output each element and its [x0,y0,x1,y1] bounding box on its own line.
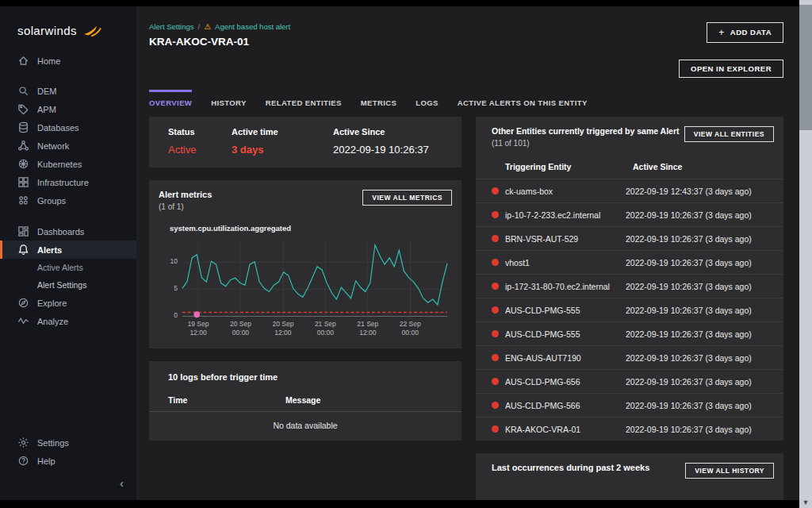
entity-name[interactable]: BRN-VSR-AUT-529 [505,234,626,244]
table-row[interactable]: AUS-CLD-PMG-656 2022-09-19 10:26:37 (3 d… [476,369,783,393]
view-all-entities-button[interactable]: VIEW ALL ENTITIES [684,126,774,142]
view-all-metrics-label: VIEW ALL METRICS [372,194,442,202]
gear-icon [17,437,29,448]
sidebar-item-label: Databases [37,123,79,133]
history-card: Last occurrences during past 2 weeks VIE… [476,453,783,502]
table-row[interactable]: KRA-AKOC-VRA-01 2022-09-19 10:26:37 (3 d… [476,417,783,441]
sidebar-item-label: Explore [37,298,67,308]
sidebar-subitem-alert-settings[interactable]: Alert Settings [0,276,136,294]
alert-dot-icon [492,402,499,409]
table-row[interactable]: ck-uams-box 2022-09-19 12:43:37 (3 days … [476,179,783,202]
table-row[interactable]: AUS-CLD-PMG-566 2022-09-19 10:26:37 (3 d… [476,393,783,417]
sidebar-item-settings[interactable]: Settings [0,433,136,452]
entity-active-since: 2022-09-19 10:26:37 (3 days ago) [626,282,774,291]
entity-name[interactable]: vhost1 [505,258,626,267]
network-nodes-icon [17,140,29,152]
page-title: KRA-AKOC-VRA-01 [149,36,290,48]
sidebar-collapse-icon[interactable]: ‹ [120,477,124,489]
add-data-button[interactable]: +ADD DATA [707,22,783,43]
sidebar-item-databases[interactable]: Databases [0,118,136,137]
scroll-down-icon[interactable]: ▼ [799,498,812,506]
entity-name[interactable]: AUS-CLD-PMG-566 [505,401,626,410]
header-left: Alert Settings / ⚠ Agent based host aler… [149,22,290,48]
logs-empty-message: No data available [149,412,462,441]
entity-name[interactable]: ck-uams-box [505,187,626,196]
table-row[interactable]: AUS-CLD-PMG-555 2022-09-19 10:26:37 (3 d… [476,298,783,321]
history-card-title: Last occurrences during past 2 weeks [492,463,649,472]
entity-active-since: 2022-09-19 12:43:37 (3 days ago) [626,187,774,196]
x-axis-labels: 19 Sep12:00 20 Sep00:00 20 Sep12:00 21 S… [182,320,447,339]
table-row[interactable]: ip-172-31-80-70.ec2.internal 2022-09-19 … [476,274,783,298]
entity-active-since: 2022-09-19 10:26:37 (3 days ago) [626,210,774,220]
triggering-entities-table: Triggering Entity Active Since ck-uams-b… [476,157,783,441]
alert-metrics-title: Alert metrics [159,190,212,199]
entity-name[interactable]: ip-10-7-2-233.ec2.internal [505,210,626,220]
view-all-metrics-button[interactable]: VIEW ALL METRICS [362,190,452,206]
kubernetes-wheel-icon [17,158,29,170]
entity-name[interactable]: ip-172-31-80-70.ec2.internal [505,282,626,291]
sidebar-item-label: Dashboards [37,227,84,237]
sidebar-item-label: Network [37,141,69,151]
top-black-strip [0,0,799,6]
sidebar-item-home[interactable]: Home [0,52,136,70]
table-row[interactable]: ip-10-7-2-233.ec2.internal 2022-09-19 10… [476,202,783,226]
logs-card: 10 logs before trigger time Time Message… [149,361,462,441]
alert-dot-icon [492,330,499,337]
table-row[interactable]: AUS-CLD-PMG-555 2022-09-19 10:26:37 (3 d… [476,321,783,345]
table-row[interactable]: vhost1 2022-09-19 10:26:37 (3 days ago) [476,250,783,274]
entity-name[interactable]: AUS-CLD-PMG-656 [505,377,626,387]
sidebar-item-infrastructure[interactable]: Infrastructure [0,173,136,191]
sidebar-item-groups[interactable]: Groups [0,191,136,210]
alert-dot-icon [492,306,499,314]
entity-name[interactable]: KRA-AKOC-VRA-01 [505,425,626,434]
table-row[interactable]: ENG-AUS-AUT7190 2022-09-19 10:26:37 (3 d… [476,345,783,369]
sidebar-item-help[interactable]: Help [0,452,136,470]
tab-related-entities[interactable]: RELATED ENTITIES [266,90,342,115]
cpu-utilization-chart [182,241,447,317]
sidebar-item-network[interactable]: Network [0,137,136,155]
breadcrumb-alert-settings[interactable]: Alert Settings [149,22,194,31]
status-label: Status [168,127,232,137]
sidebar-item-label: APM [37,105,56,114]
groups-dots-icon [17,194,29,206]
tab-bar: OVERVIEW HISTORY RELATED ENTITIES METRIC… [149,90,783,115]
sidebar-subitem-active-alerts[interactable]: Active Alerts [0,259,136,276]
entity-name[interactable]: ENG-AUS-AUT7190 [505,353,626,363]
tab-logs[interactable]: LOGS [416,90,439,115]
entity-active-since: 2022-09-19 10:26:37 (3 days ago) [626,401,774,410]
plus-icon: + [718,27,725,38]
entity-active-since: 2022-09-19 10:26:37 (3 days ago) [626,353,774,363]
trigger-point-marker [193,311,200,318]
alert-metrics-card: Alert metrics (1 of 1) VIEW ALL METRICS … [149,180,462,348]
scrollbar-thumb[interactable] [799,5,812,130]
view-all-history-label: VIEW ALL HISTORY [695,467,764,475]
view-all-history-button[interactable]: VIEW ALL HISTORY [685,463,774,479]
entity-name[interactable]: AUS-CLD-PMG-555 [505,329,626,339]
sidebar-item-dashboards[interactable]: Dashboards [0,222,136,241]
bell-icon [17,244,29,256]
sidebar-item-kubernetes[interactable]: Kubernetes [0,155,136,173]
entity-name[interactable]: AUS-CLD-PMG-555 [505,306,626,315]
tab-metrics[interactable]: METRICS [361,90,397,115]
sidebar-item-analyze[interactable]: Analyze [0,312,136,330]
open-in-explorer-button[interactable]: OPEN IN EXPLORER [679,60,783,78]
home-icon [17,55,29,67]
tag-icon [17,103,29,115]
sidebar-item-apm[interactable]: APM [0,100,136,118]
tab-history[interactable]: HISTORY [211,90,247,115]
sidebar-item-label: Home [37,56,60,66]
sidebar-item-dem[interactable]: DEM [0,82,136,100]
active-time-label: Active time [232,127,333,137]
column-triggering-entity: Triggering Entity [505,162,633,171]
vertical-scrollbar[interactable]: ▼ [799,0,812,508]
tab-active-alerts-on-entity[interactable]: ACTIVE ALERTS ON THIS ENTITY [458,90,588,115]
metric-line-series [182,245,447,305]
help-icon [17,455,29,467]
sidebar-subitem-label: Alert Settings [37,280,86,290]
sidebar-item-label: Alerts [37,245,62,255]
sidebar-item-alerts[interactable]: Alerts [0,241,136,259]
tab-overview[interactable]: OVERVIEW [149,90,192,115]
breadcrumb-alert-name[interactable]: Agent based host alert [215,22,290,31]
sidebar-item-explore[interactable]: Explore [0,294,136,312]
table-row[interactable]: BRN-VSR-AUT-529 2022-09-19 10:26:37 (3 d… [476,226,783,250]
